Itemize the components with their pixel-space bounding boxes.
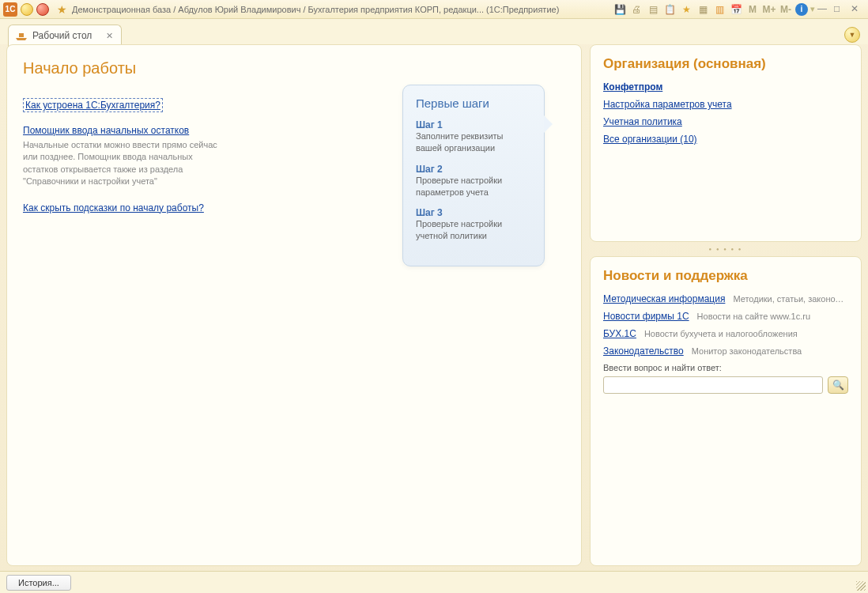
search-icon: 🔍 — [832, 380, 844, 391]
window-title: Демонстрационная база / Абдулов Юрий Вла… — [72, 5, 613, 14]
link-all-orgs[interactable]: Все организации (10) — [603, 134, 848, 145]
link-balance-wizard[interactable]: Помощник ввода начальных остатков — [23, 125, 189, 136]
close-icon[interactable]: ✕ — [851, 3, 865, 16]
search-label: Ввести вопрос и найти ответ: — [603, 363, 848, 372]
step-text: Проверьте настройки параметров учета — [416, 175, 531, 198]
link-news-buh[interactable]: БУХ.1С — [603, 328, 636, 339]
link-hide-hints[interactable]: Как скрыть подсказки по началу работы? — [23, 202, 204, 213]
nav-stop-icon[interactable] — [36, 3, 49, 16]
minimize-icon[interactable]: — — [817, 3, 832, 16]
panel-getting-started: Начало работы Как устроена 1С:Бухгалтери… — [6, 44, 582, 566]
right-column: Организация (основная) Конфетпром Настро… — [590, 44, 862, 566]
memory-m-icon[interactable]: M — [745, 2, 760, 17]
news-panel-title: Новости и поддержка — [603, 268, 848, 284]
favorite-add-icon[interactable]: ★ — [679, 2, 693, 17]
link-news-methodical[interactable]: Методическая информация — [603, 293, 725, 304]
save-icon[interactable]: 💾 — [613, 2, 627, 17]
panel-news-support: Новости и поддержка Методическая информа… — [590, 256, 862, 566]
news-row: БУХ.1С Новости бухучета и налогообложени… — [603, 328, 848, 339]
history-button[interactable]: История... — [6, 575, 71, 591]
panel-organization: Организация (основная) Конфетпром Настро… — [590, 44, 862, 242]
app-1c-icon: 1C — [3, 2, 17, 17]
news-desc: Новости бухучета и налогообложения — [644, 329, 798, 338]
print-icon[interactable]: 🖨 — [629, 2, 643, 17]
memory-m-minus-icon[interactable]: M- — [779, 2, 793, 17]
bottombar: История... — [0, 571, 868, 593]
info-icon[interactable]: i — [795, 3, 808, 16]
link-how-it-works[interactable]: Как устроена 1С:Бухгалтерия? — [23, 98, 163, 112]
step-label: Шаг 3 — [416, 207, 531, 218]
titlebar-tools: 💾 🖨 ▤ 📋 ★ ▦ ▥ 📅 M M+ M- i ▾ — □ ✕ — [613, 2, 865, 17]
clipboard-icon[interactable]: 📋 — [662, 2, 677, 17]
org-panel-title: Организация (основная) — [603, 56, 848, 72]
calculator-icon[interactable]: ▥ — [712, 2, 726, 17]
link-accounting-policy[interactable]: Учетная политика — [603, 116, 848, 127]
memory-m-plus-icon[interactable]: M+ — [762, 2, 776, 17]
doc-icon[interactable]: ▤ — [646, 2, 660, 17]
maximize-icon[interactable]: □ — [834, 3, 848, 16]
content: Начало работы Как устроена 1С:Бухгалтери… — [6, 44, 862, 566]
tabs-dropdown-icon[interactable]: ▼ — [844, 27, 860, 43]
tab-label: Рабочий стол — [32, 30, 92, 41]
resize-grip-icon[interactable] — [856, 581, 866, 591]
tab-desktop[interactable]: Рабочий стол ✕ — [8, 25, 122, 47]
favorites-icon[interactable]: ★ — [57, 3, 67, 16]
step-text: Проверьте настройки учетной политики — [416, 218, 531, 242]
news-desc: Новости на сайте www.1c.ru — [697, 312, 810, 321]
step-3: Шаг 3 Проверьте настройки учетной полити… — [416, 207, 531, 242]
bubble-title: Первые шаги — [416, 96, 531, 110]
desktop-tab-icon — [15, 29, 28, 42]
search-input[interactable] — [603, 376, 823, 394]
titlebar: 1C ★ Демонстрационная база / Абдулов Юри… — [0, 0, 868, 19]
news-row: Законодательство Монитор законодательств… — [603, 346, 848, 357]
link-news-1c[interactable]: Новости фирмы 1С — [603, 311, 689, 322]
step-label: Шаг 1 — [416, 119, 531, 130]
wizard-hint-text: Начальные остатки можно ввести прямо сей… — [23, 139, 228, 188]
link-accounting-params[interactable]: Настройка параметров учета — [603, 99, 848, 110]
news-desc: Методики, статьи, законодате... — [733, 294, 848, 304]
link-news-law[interactable]: Законодательство — [603, 346, 684, 357]
news-desc: Монитор законодательства — [692, 346, 802, 356]
grid-icon[interactable]: ▦ — [696, 2, 710, 17]
step-text: Заполните реквизиты вашей организации — [416, 130, 531, 154]
news-row: Методическая информация Методики, статьи… — [603, 293, 848, 304]
search-button[interactable]: 🔍 — [828, 376, 848, 394]
step-label: Шаг 2 — [416, 164, 531, 175]
news-row: Новости фирмы 1С Новости на сайте www.1c… — [603, 311, 848, 322]
first-steps-bubble: Первые шаги Шаг 1 Заполните реквизиты ва… — [402, 85, 545, 266]
link-org-main[interactable]: Конфетпром — [603, 81, 848, 93]
step-2: Шаг 2 Проверьте настройки параметров уче… — [416, 164, 531, 198]
page-title: Начало работы — [23, 59, 565, 77]
step-1: Шаг 1 Заполните реквизиты вашей организа… — [416, 119, 531, 154]
panel-splitter[interactable]: ● ● ● ● ● — [590, 247, 862, 251]
tabbar: Рабочий стол ✕ ▼ — [0, 19, 868, 44]
nav-back-icon[interactable] — [21, 3, 33, 16]
calendar-icon[interactable]: 📅 — [729, 2, 743, 17]
tab-close-icon[interactable]: ✕ — [106, 31, 113, 41]
